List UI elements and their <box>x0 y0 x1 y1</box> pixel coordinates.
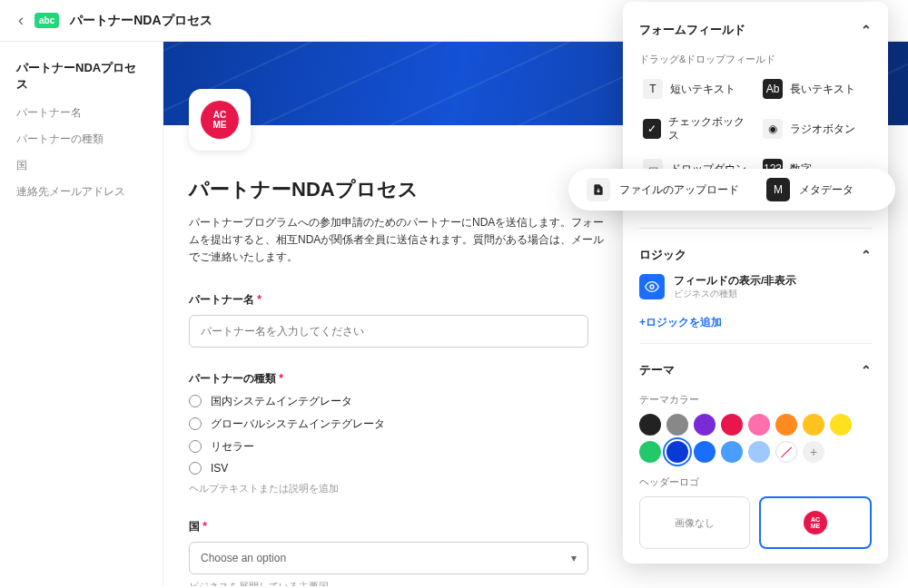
radio-icon <box>189 395 202 407</box>
color-swatch[interactable] <box>721 414 743 436</box>
left-nav: パートナーNDAプロセス パートナー名 パートナーの種類 国 連絡先メールアドレ… <box>0 42 163 586</box>
add-logic-button[interactable]: +ロジックを追加 <box>639 315 872 330</box>
radio-icon <box>189 440 202 453</box>
checkbox-icon: ✓ <box>643 119 661 139</box>
color-swatches: + <box>639 414 872 463</box>
chevron-up-icon: ⌃ <box>861 248 872 262</box>
field-checkbox[interactable]: ✓チェックボックス <box>639 110 752 148</box>
field-file-upload[interactable]: ファイルのアップロード <box>587 178 739 201</box>
color-swatch[interactable] <box>639 414 661 436</box>
color-swatch[interactable] <box>803 414 824 436</box>
section-form-fields[interactable]: フォームフィールド ⌃ <box>639 16 872 44</box>
color-swatch[interactable] <box>748 414 770 436</box>
header-logo-label: ヘッダーロゴ <box>639 475 872 489</box>
eye-icon <box>639 274 665 299</box>
country-select[interactable]: Choose an option ▾ <box>189 542 588 574</box>
acme-logo-mini: ACME <box>804 511 827 534</box>
country-help: ビジネスを展開している主要国 <box>189 580 883 586</box>
logic-title: フィールドの表示/非表示 <box>674 274 796 288</box>
chevron-up-icon: ⌃ <box>861 363 872 377</box>
form-description: パートナープログラムへの参加申請のためのパートナーにNDAを送信します。フォーム… <box>189 214 607 267</box>
nav-item-partner-type[interactable]: パートナーの種類 <box>16 132 146 147</box>
svg-point-0 <box>650 285 654 289</box>
float-field-row: ファイルのアップロード M メタデータ <box>568 169 895 211</box>
right-panel: フォームフィールド ⌃ ドラッグ&ドロップフィールド T短いテキスト Ab長いテ… <box>623 2 888 564</box>
radio-icon <box>189 417 202 430</box>
chevron-down-icon: ▾ <box>571 552 577 564</box>
field-radio[interactable]: ◉ラジオボタン <box>759 110 872 148</box>
partner-name-input[interactable] <box>189 315 588 348</box>
color-swatch[interactable] <box>830 414 852 436</box>
color-none[interactable] <box>775 441 797 463</box>
color-swatch[interactable] <box>694 414 716 436</box>
chevron-up-icon: ⌃ <box>861 23 872 37</box>
logo-acme[interactable]: ACME <box>759 496 872 549</box>
divider <box>639 343 872 344</box>
logo-box: AC ME <box>189 89 251 151</box>
color-swatch[interactable] <box>666 441 688 463</box>
color-swatch[interactable] <box>721 441 743 463</box>
nav-item-country[interactable]: 国 <box>16 158 146 173</box>
logic-rule[interactable]: フィールドの表示/非表示 ビジネスの種類 <box>639 269 872 306</box>
field-long-text[interactable]: Ab長いテキスト <box>759 74 872 104</box>
section-logic[interactable]: ロジック ⌃ <box>639 241 872 269</box>
radio-icon: ◉ <box>763 119 783 139</box>
field-metadata[interactable]: M メタデータ <box>766 178 854 201</box>
upload-icon <box>587 178 610 201</box>
logo-none[interactable]: 画像なし <box>639 496 750 549</box>
form-icon: abc <box>35 13 59 28</box>
section-theme[interactable]: テーマ ⌃ <box>639 357 872 384</box>
color-add[interactable]: + <box>803 441 824 463</box>
divider <box>639 228 872 229</box>
nav-title: パートナーNDAプロセス <box>16 60 146 93</box>
field-type-grid: T短いテキスト Ab長いテキスト ✓チェックボックス ◉ラジオボタン ▭ドロップ… <box>639 74 872 184</box>
nav-item-partner-name[interactable]: パートナー名 <box>16 105 146 121</box>
theme-color-label: テーマカラー <box>639 393 872 407</box>
color-swatch[interactable] <box>775 414 797 436</box>
logic-sub: ビジネスの種類 <box>674 288 796 300</box>
logo-choices: 画像なし ACME <box>639 496 872 549</box>
field-short-text[interactable]: T短いテキスト <box>639 74 752 104</box>
metadata-icon: M <box>766 178 790 201</box>
short-text-icon: T <box>643 79 663 99</box>
nav-item-email[interactable]: 連絡先メールアドレス <box>16 184 146 200</box>
color-swatch[interactable] <box>639 441 661 463</box>
radio-icon <box>189 462 202 475</box>
color-swatch[interactable] <box>666 414 688 436</box>
drag-drop-label: ドラッグ&ドロップフィールド <box>639 53 872 66</box>
color-swatch[interactable] <box>694 441 716 463</box>
back-chevron-icon[interactable]: ‹ <box>18 11 24 30</box>
page-title: パートナーNDAプロセス <box>70 13 212 29</box>
acme-logo: AC ME <box>201 101 239 139</box>
color-swatch[interactable] <box>748 441 770 463</box>
long-text-icon: Ab <box>763 79 783 99</box>
